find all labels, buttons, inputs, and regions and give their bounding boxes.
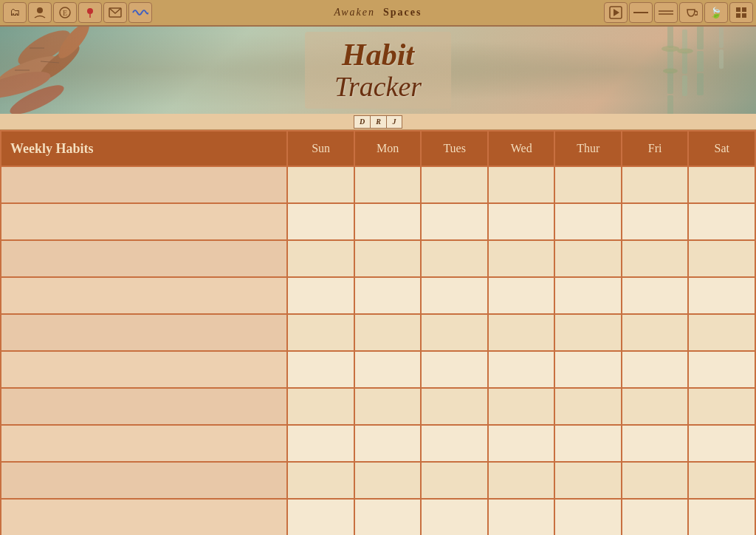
habit-day-cell[interactable] — [421, 499, 488, 535]
e-btn[interactable]: E — [53, 2, 77, 23]
habit-day-cell[interactable] — [354, 277, 422, 314]
habit-day-cell[interactable] — [688, 499, 755, 535]
habit-day-cell[interactable] — [688, 277, 755, 314]
habit-day-cell[interactable] — [354, 166, 422, 203]
habit-day-cell[interactable] — [488, 499, 555, 535]
habit-day-cell[interactable] — [421, 351, 488, 388]
habit-day-cell[interactable] — [688, 166, 755, 203]
drj-d-btn[interactable]: D — [354, 115, 370, 129]
habit-day-cell[interactable] — [554, 351, 622, 388]
habit-day-cell[interactable] — [688, 388, 755, 425]
habit-day-cell[interactable] — [622, 462, 689, 499]
folder-btn[interactable]: 🗂 — [3, 2, 27, 23]
habit-day-cell[interactable] — [421, 425, 488, 462]
habit-day-cell[interactable] — [287, 203, 354, 240]
habit-day-cell[interactable] — [554, 314, 622, 351]
habit-day-cell[interactable] — [554, 499, 622, 535]
svg-marker-7 — [614, 9, 619, 16]
habit-day-cell[interactable] — [354, 314, 422, 351]
habit-name-cell[interactable] — [1, 166, 287, 203]
habit-day-cell[interactable] — [287, 351, 354, 388]
habit-day-cell[interactable] — [354, 388, 422, 425]
habit-day-cell[interactable] — [354, 462, 422, 499]
habit-day-cell[interactable] — [554, 462, 622, 499]
habit-day-cell[interactable] — [554, 388, 622, 425]
habit-day-cell[interactable] — [554, 166, 622, 203]
habit-day-cell[interactable] — [488, 277, 555, 314]
line1-btn[interactable] — [629, 2, 653, 23]
habit-day-cell[interactable] — [622, 277, 689, 314]
play-btn[interactable] — [604, 2, 628, 23]
habit-day-cell[interactable] — [354, 203, 422, 240]
habit-day-cell[interactable] — [421, 277, 488, 314]
habit-name-cell[interactable] — [1, 314, 287, 351]
habit-day-cell[interactable] — [688, 240, 755, 277]
habit-day-cell[interactable] — [688, 425, 755, 462]
habit-day-cell[interactable] — [421, 314, 488, 351]
habit-day-cell[interactable] — [688, 462, 755, 499]
habit-day-cell[interactable] — [688, 351, 755, 388]
habit-day-cell[interactable] — [354, 425, 422, 462]
tea-btn[interactable] — [679, 2, 703, 23]
drj-j-btn[interactable]: J — [386, 115, 402, 129]
habit-day-cell[interactable] — [622, 203, 689, 240]
habit-day-cell[interactable] — [287, 462, 354, 499]
habit-day-cell[interactable] — [622, 240, 689, 277]
line2-btn[interactable] — [654, 2, 678, 23]
habit-name-cell[interactable] — [1, 277, 287, 314]
habit-name-cell[interactable] — [1, 351, 287, 388]
svg-rect-25 — [667, 50, 673, 70]
grid-btn[interactable] — [729, 2, 753, 23]
habit-day-cell[interactable] — [622, 499, 689, 535]
habit-day-cell[interactable] — [622, 388, 689, 425]
habit-day-cell[interactable] — [622, 166, 689, 203]
habit-name-cell[interactable] — [1, 240, 287, 277]
habit-day-cell[interactable] — [554, 203, 622, 240]
habit-day-cell[interactable] — [488, 314, 555, 351]
toolbar: 🗂 E Awaken Spaces — [0, 0, 756, 27]
leaf-btn[interactable]: 🍃 — [704, 2, 728, 23]
habit-day-cell[interactable] — [688, 203, 755, 240]
habit-day-cell[interactable] — [354, 351, 422, 388]
habit-day-cell[interactable] — [488, 203, 555, 240]
habit-day-cell[interactable] — [554, 425, 622, 462]
habit-day-cell[interactable] — [622, 425, 689, 462]
habit-day-cell[interactable] — [287, 166, 354, 203]
habit-day-cell[interactable] — [287, 499, 354, 535]
habit-day-cell[interactable] — [554, 277, 622, 314]
habit-name-cell[interactable] — [1, 388, 287, 425]
habit-name-cell[interactable] — [1, 425, 287, 462]
habit-day-cell[interactable] — [421, 240, 488, 277]
habit-day-cell[interactable] — [421, 203, 488, 240]
table-row — [1, 388, 755, 425]
table-row — [1, 499, 755, 535]
habit-day-cell[interactable] — [354, 499, 422, 535]
habit-day-cell[interactable] — [287, 240, 354, 277]
habit-name-cell[interactable] — [1, 462, 287, 499]
habit-day-cell[interactable] — [488, 240, 555, 277]
habit-day-cell[interactable] — [421, 166, 488, 203]
mail-btn[interactable] — [103, 2, 127, 23]
pin-btn[interactable] — [78, 2, 102, 23]
habit-day-cell[interactable] — [421, 462, 488, 499]
habit-day-cell[interactable] — [554, 240, 622, 277]
habit-day-cell[interactable] — [488, 462, 555, 499]
habit-day-cell[interactable] — [688, 314, 755, 351]
habit-day-cell[interactable] — [421, 388, 488, 425]
habit-name-cell[interactable] — [1, 499, 287, 535]
habit-day-cell[interactable] — [287, 314, 354, 351]
habit-name-cell[interactable] — [1, 203, 287, 240]
habit-day-cell[interactable] — [622, 314, 689, 351]
habit-day-cell[interactable] — [287, 277, 354, 314]
habit-day-cell[interactable] — [488, 351, 555, 388]
drj-r-btn[interactable]: R — [370, 115, 386, 129]
habit-day-cell[interactable] — [622, 351, 689, 388]
habit-day-cell[interactable] — [287, 425, 354, 462]
habit-day-cell[interactable] — [287, 388, 354, 425]
habit-day-cell[interactable] — [488, 425, 555, 462]
habit-day-cell[interactable] — [488, 166, 555, 203]
profile-btn[interactable] — [28, 2, 52, 23]
wave-btn[interactable] — [128, 2, 152, 23]
habit-day-cell[interactable] — [354, 240, 422, 277]
habit-day-cell[interactable] — [488, 388, 555, 425]
